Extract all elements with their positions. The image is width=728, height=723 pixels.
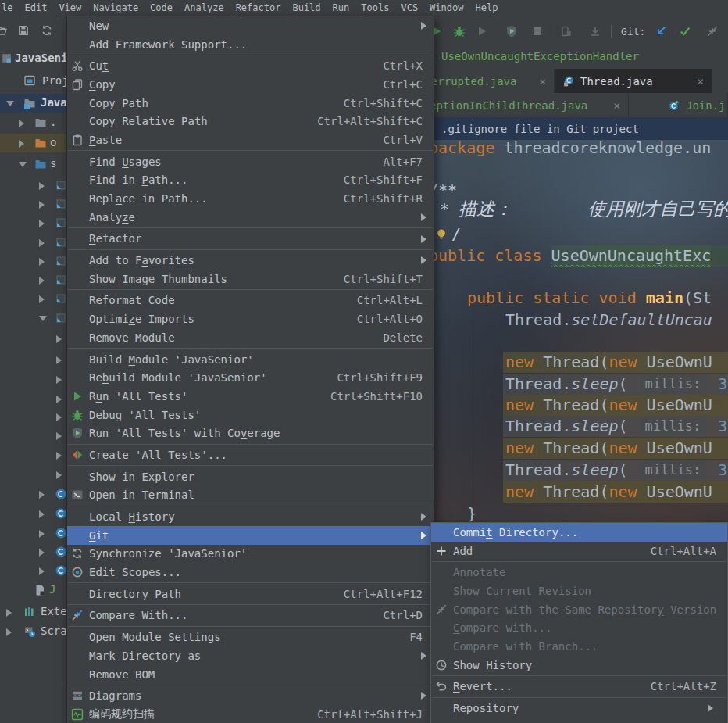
editor-tab-eptioninchildthread-java[interactable]: eptionInChildThread.java×: [422, 93, 629, 117]
tree-collapsed-arrow-icon[interactable]: [39, 220, 45, 227]
tree-collapsed-arrow-icon[interactable]: [56, 396, 62, 403]
tree-collapsed-arrow-icon[interactable]: [56, 452, 62, 460]
context-menu-item-add-framework-support[interactable]: Add Framework Support...: [67, 35, 434, 54]
tree-collapsed-arrow-icon[interactable]: [6, 609, 12, 617]
git-submenu-item-revert[interactable]: Revert...Ctrl+Alt+Z: [431, 678, 727, 696]
tree-collapsed-arrow-icon[interactable]: [19, 140, 24, 148]
vcs-update-gray-icon[interactable]: [560, 25, 573, 38]
context-menu-item-debug-all-tests[interactable]: Debug 'All Tests': [67, 406, 434, 424]
context-menu-item-copy-path[interactable]: Copy PathCtrl+Shift+C: [67, 94, 434, 113]
tree-expanded-arrow-icon[interactable]: [19, 162, 27, 167]
context-menu-item-create-all-tests[interactable]: Create 'All Tests'...: [67, 446, 434, 464]
menubar-item-code[interactable]: Code: [150, 2, 173, 13]
tree-collapsed-arrow-icon[interactable]: [39, 295, 45, 303]
context-menu-item-open-module-settings[interactable]: Open Module SettingsF4: [67, 628, 434, 646]
menubar-item-vcs[interactable]: VCS: [401, 2, 418, 13]
menubar-item-analyze[interactable]: Analyze: [184, 2, 224, 13]
context-menu-item-paste[interactable]: PasteCtrl+V: [67, 131, 434, 149]
menubar-item-run[interactable]: Run: [333, 2, 350, 13]
menubar-item-help[interactable]: Help: [475, 2, 498, 13]
git-submenu-item-annotate[interactable]: Annotate: [431, 563, 727, 582]
stop-icon[interactable]: [531, 25, 544, 38]
context-menu-item-git[interactable]: Git: [67, 526, 434, 545]
git-submenu-item-add[interactable]: AddCtrl+Alt+A: [431, 542, 727, 560]
save-icon[interactable]: [17, 24, 30, 37]
notification-banner[interactable]: .gitignore file in Git project: [420, 117, 728, 140]
run-gray-icon[interactable]: [476, 25, 488, 38]
editor-tab-thread-java[interactable]: Thread.java×: [555, 69, 712, 93]
context-menu-item-compare-with[interactable]: Compare With...Ctrl+D: [67, 607, 434, 625]
context-menu-item-edit-scopes[interactable]: Edit Scopes...: [67, 563, 434, 582]
context-menu-item-copy[interactable]: CopyCtrl+C: [67, 75, 434, 94]
context-menu-item-diagrams[interactable]: Diagrams: [67, 686, 434, 705]
tree-collapsed-arrow-icon[interactable]: [56, 376, 62, 384]
tree-collapsed-arrow-icon[interactable]: [39, 491, 45, 499]
context-menu-item-run-all-tests[interactable]: Run 'All Tests'Ctrl+Shift+F10: [67, 387, 434, 406]
tree-collapsed-arrow-icon[interactable]: [56, 335, 62, 343]
context-menu-item-run-all-tests-with-coverage[interactable]: Run 'All Tests' with Coverage: [67, 424, 434, 442]
breadcrumb-file[interactable]: UseOwnUncaughtExceptionHandler: [441, 50, 639, 63]
compare-gray-icon[interactable]: [706, 25, 719, 38]
tree-collapsed-arrow-icon[interactable]: [39, 239, 45, 247]
menubar-item-edit[interactable]: Edit: [24, 2, 47, 13]
context-menu-item-remove-module[interactable]: Remove ModuleDelete: [67, 328, 434, 347]
git-submenu-item-commit-directory[interactable]: Commit Directory...: [431, 523, 727, 542]
tree-collapsed-arrow-icon[interactable]: [39, 277, 45, 285]
menubar-item-tools[interactable]: Tools: [361, 2, 389, 13]
context-menu-item-open-in-terminal[interactable]: Open in Terminal: [67, 486, 434, 505]
context-menu-item-analyze[interactable]: Analyze: [67, 208, 434, 227]
context-menu-item-copy-relative-path[interactable]: Copy Relative PathCtrl+Alt+Shift+C: [67, 112, 434, 131]
context-menu-item-rebuild-module-javasenior[interactable]: Rebuild Module 'JavaSenior'Ctrl+Shift+F9: [67, 368, 434, 387]
git-submenu-item-compare-with[interactable]: Compare with...: [431, 618, 727, 637]
git-submenu-item-repository[interactable]: Repository: [431, 699, 727, 718]
context-menu-item-mark-directory-as[interactable]: Mark Directory as: [67, 646, 434, 665]
menubar-item-le[interactable]: le: [2, 2, 12, 13]
tab-close-icon[interactable]: ×: [529, 75, 546, 88]
context-menu-item-new[interactable]: New: [67, 16, 434, 35]
tree-collapsed-arrow-icon[interactable]: [56, 432, 62, 440]
git-submenu-item-compare-with-branch[interactable]: Compare with Branch...: [431, 637, 727, 656]
tab-close-icon[interactable]: ×: [603, 99, 620, 112]
context-menu-item-build-module-javasenior[interactable]: Build Module 'JavaSenior': [67, 350, 434, 369]
context-menu-item-show-in-explorer[interactable]: Show in Explorer: [67, 467, 434, 486]
tree-collapsed-arrow-icon[interactable]: [39, 510, 45, 518]
tree-collapsed-arrow-icon[interactable]: [6, 628, 12, 636]
tree-collapsed-arrow-icon[interactable]: [56, 471, 62, 479]
context-menu-item-show-image-thumbnails[interactable]: Show Image ThumbnailsCtrl+Shift+T: [67, 270, 434, 288]
git-submenu-item-compare-with-the-same-repository-version[interactable]: Compare with the Same Repository Version: [431, 600, 727, 619]
git-submenu-item-show-current-revision[interactable]: Show Current Revision: [431, 582, 727, 600]
tree-collapsed-arrow-icon[interactable]: [56, 413, 62, 421]
context-menu-item-find-in-path[interactable]: Find in Path...Ctrl+Shift+F: [67, 171, 434, 190]
editor-tab-join-j[interactable]: Join.j: [637, 93, 728, 117]
context-menu-item-remove-bom[interactable]: Remove BOM: [67, 665, 434, 684]
context-menu-item-refactor[interactable]: Refactor: [67, 230, 434, 249]
menubar-item-navigate[interactable]: Navigate: [93, 2, 138, 13]
tree-collapsed-arrow-icon[interactable]: [39, 530, 45, 538]
tree-collapsed-arrow-icon[interactable]: [56, 356, 62, 364]
menubar-item-window[interactable]: Window: [430, 2, 463, 13]
context-menu-item-add-to-favorites[interactable]: Add to Favorites: [67, 251, 434, 270]
tree-collapsed-arrow-icon[interactable]: [19, 120, 24, 127]
check-green-icon[interactable]: [679, 25, 691, 38]
tab-close-icon[interactable]: ×: [687, 75, 704, 88]
tree-expanded-arrow-icon[interactable]: [6, 101, 14, 106]
context-menu-item-find-usages[interactable]: Find UsagesAlt+F7: [67, 152, 434, 171]
context-menu-item-reformat-code[interactable]: Reformat CodeCtrl+Alt+L: [67, 292, 434, 310]
git-submenu-item-show-history[interactable]: Show History: [431, 656, 727, 675]
vcs-push-gray-icon[interactable]: [589, 25, 601, 38]
debug-icon[interactable]: [453, 25, 466, 38]
context-menu-item-synchronize-javasenior[interactable]: Synchronize 'JavaSenior': [67, 545, 434, 564]
context-menu-item-optimize-imports[interactable]: Optimize ImportsCtrl+Alt+O: [67, 310, 434, 328]
open-partial-icon[interactable]: [0, 24, 7, 37]
context-menu-item-directory-path[interactable]: Directory PathCtrl+Alt+F12: [67, 585, 434, 603]
tree-collapsed-arrow-icon[interactable]: [39, 182, 45, 190]
tree-collapsed-arrow-icon[interactable]: [39, 549, 45, 557]
tree-collapsed-arrow-icon[interactable]: [39, 201, 45, 209]
tree-collapsed-arrow-icon[interactable]: [39, 258, 45, 266]
menubar-item-build[interactable]: Build: [292, 2, 320, 13]
menubar-item-view[interactable]: View: [59, 2, 81, 13]
update-blue-icon[interactable]: [655, 25, 667, 38]
context-menu-item-编码规约扫描[interactable]: 编码规约扫描Ctrl+Alt+Shift+J: [67, 705, 434, 723]
tree-collapsed-arrow-icon[interactable]: [39, 567, 45, 575]
context-menu-item-local-history[interactable]: Local History: [67, 507, 434, 526]
